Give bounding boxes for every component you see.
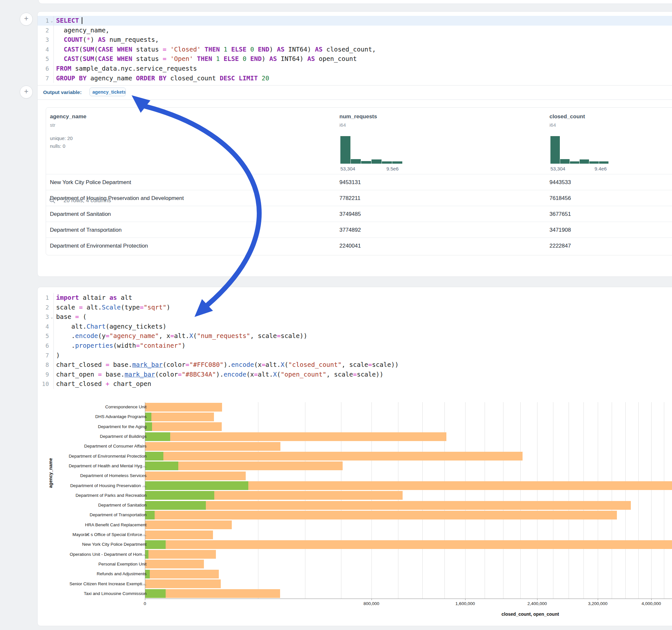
column-type-num-requests: i64: [339, 122, 346, 128]
table-row[interactable]: Department of Sanitation37494853677651: [46, 206, 672, 222]
y-axis-tick: [143, 535, 145, 535]
x-axis-tick: [651, 599, 652, 600]
add-cell-button-middle[interactable]: +: [20, 86, 33, 98]
y-axis-tick: [143, 486, 145, 486]
histogram-bar: [599, 162, 608, 164]
y-axis-tick: [143, 505, 145, 506]
column-header-num-requests[interactable]: num_requests: [339, 114, 377, 120]
chart-gridline: [612, 402, 612, 599]
column-header-closed-count[interactable]: closed_count: [549, 114, 585, 120]
histogram-bar: [570, 162, 579, 164]
closed-count-bar[interactable]: [145, 471, 246, 480]
open-count-bar[interactable]: [145, 452, 163, 461]
line-number: 2: [38, 303, 54, 312]
open-count-bar[interactable]: [145, 501, 206, 510]
y-axis-tick: [143, 495, 145, 496]
code-line: 6FROM sample_data.nyc.service_requests: [38, 64, 672, 74]
closed-count-bar[interactable]: [145, 432, 447, 441]
column-type-agency-name: str: [50, 122, 55, 128]
chart-gridline: [423, 402, 423, 599]
x-axis-tick: [145, 599, 145, 600]
table-row[interactable]: Department of Housing Preservation and D…: [46, 190, 672, 206]
collapse-chevron-icon[interactable]: ⌄: [51, 312, 53, 322]
code-line: 3 COUNT(*) AS num_requests,: [38, 35, 672, 45]
table-dimensions-label: 20 rows, 4 columns: [64, 197, 111, 204]
y-axis-title: agency_name: [48, 458, 53, 488]
line-number: 2: [38, 26, 54, 35]
open-count-bar[interactable]: [145, 511, 154, 519]
closed-count-bar[interactable]: [145, 531, 213, 539]
x-axis-line: [145, 599, 672, 599]
closed-count-bar[interactable]: [145, 422, 222, 431]
x-axis-tick: [598, 599, 598, 600]
chart-gridline: [520, 402, 521, 599]
closed-count-bar[interactable]: [145, 550, 216, 559]
closed-count-bar[interactable]: [145, 520, 232, 529]
histogram-bar: [382, 162, 392, 164]
line-number: 7: [38, 74, 54, 83]
open-count-bar[interactable]: [145, 461, 178, 470]
closed-count-bar[interactable]: [145, 442, 281, 451]
chart-gridline: [651, 402, 652, 599]
line-number: 5: [38, 331, 54, 341]
sql-code-editor[interactable]: 1⌄SELECT2 agency_name,3 COUNT(*) AS num_…: [38, 16, 672, 83]
closed-count-bar[interactable]: [145, 501, 631, 510]
python-code-editor[interactable]: 1import altair as alt2scale = alt.Scale(…: [38, 293, 672, 389]
y-axis-tick: [143, 446, 145, 446]
column-type-closed-count: i64: [549, 122, 556, 128]
chart-gridline: [341, 402, 341, 599]
histogram-bar: [580, 160, 589, 164]
closed-count-bar[interactable]: [145, 570, 219, 579]
code-line: 3⌄base = (: [38, 312, 672, 322]
closed-count-bar[interactable]: [145, 511, 617, 519]
table-cell: 9443533: [549, 179, 571, 186]
altair-chart: Correspondence UnitDHS Advantage Program…: [38, 392, 672, 626]
notebook-page: { "sql_cell": { "add_button_label": "+",…: [0, 0, 672, 630]
open-count-bar[interactable]: [145, 589, 166, 598]
histogram-max-label: 9.4e6: [595, 166, 607, 171]
chart-gridline: [569, 402, 569, 599]
table-cell: 2240041: [339, 243, 361, 249]
closed-count-bar[interactable]: [145, 413, 214, 421]
x-axis-label: 0: [144, 601, 146, 606]
table-row[interactable]: Department of Transportation377489234719…: [46, 222, 672, 238]
add-cell-button-top[interactable]: +: [20, 13, 33, 26]
y-axis-label: Department for the Aging: [44, 424, 146, 429]
line-number: 3⌄: [38, 312, 54, 322]
closed-count-bar[interactable]: [145, 579, 221, 588]
histogram-num-requests: [340, 136, 403, 164]
y-axis-tick: [143, 437, 145, 437]
y-axis-line: [145, 402, 145, 599]
y-axis-tick: [143, 564, 145, 564]
open-count-bar[interactable]: [145, 432, 170, 441]
histogram-bar: [392, 162, 402, 164]
closed-count-bar[interactable]: [145, 452, 523, 461]
open-count-bar[interactable]: [145, 481, 248, 490]
chart-gridline: [371, 402, 372, 599]
histogram-bar: [550, 136, 560, 164]
chart-gridline: [503, 402, 503, 599]
table-cell: 3677651: [549, 211, 571, 217]
closed-count-bar[interactable]: [145, 540, 672, 549]
table-row[interactable]: New York City Police Department945313194…: [46, 174, 672, 190]
code-line: 2 agency_name,: [38, 26, 672, 35]
open-count-bar[interactable]: [145, 491, 214, 500]
closed-count-bar[interactable]: [145, 403, 222, 412]
table-cell: New York City Police Department: [50, 179, 131, 186]
table-row[interactable]: Department of Environmental Protection22…: [46, 238, 672, 254]
x-axis-tick: [537, 599, 537, 600]
column-header-agency-name[interactable]: agency_name: [50, 114, 86, 120]
chart-gridline: [553, 402, 553, 599]
closed-count-bar[interactable]: [145, 560, 204, 568]
code-line: 7GROUP BY agency_name ORDER BY closed_co…: [38, 74, 672, 83]
y-axis-tick: [143, 574, 145, 574]
search-icon[interactable]: [49, 197, 55, 205]
code-line: 5 .encode(y="agency_name", x=alt.X("num_…: [38, 331, 672, 341]
histogram-closed-count: [550, 136, 609, 164]
output-variable-pill[interactable]: agency_tickets: [90, 88, 126, 96]
y-axis-label: Mayorâ€ s Office of Special Enforce…: [44, 532, 146, 537]
chart-gridline: [398, 402, 399, 599]
collapse-chevron-icon[interactable]: ⌄: [51, 16, 53, 26]
open-count-bar[interactable]: [145, 540, 166, 549]
table-cell: 3749485: [339, 211, 361, 217]
